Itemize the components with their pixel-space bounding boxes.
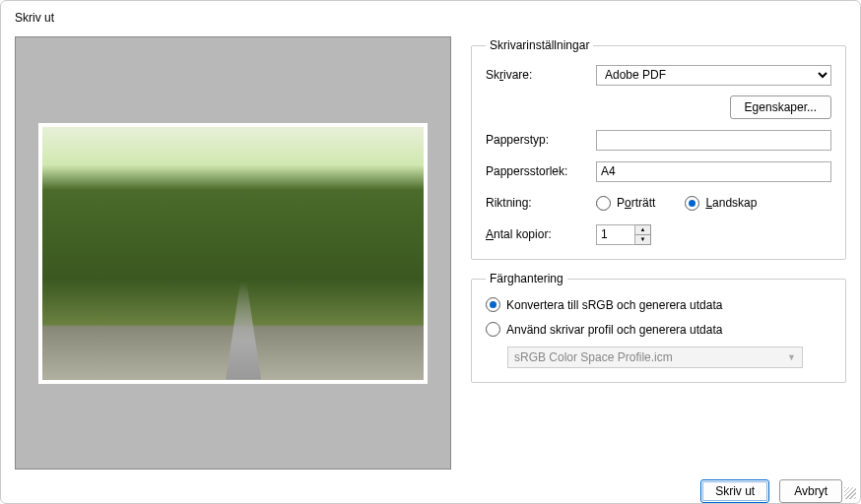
radio-convert-srgb[interactable]: Konvertera till sRGB och generera utdata [486,297,831,312]
print-button[interactable]: Skriv ut [700,479,769,503]
resize-grip-icon[interactable] [844,487,856,499]
orientation-label: Riktning: [486,196,596,210]
radio-landscape[interactable]: Landskap [685,196,757,211]
radio-portrait-circle [596,196,611,211]
profile-select: sRGB Color Space Profile.icm ▼ [507,346,803,368]
cancel-button[interactable]: Avbryt [779,479,842,503]
preview-image [38,123,428,384]
profile-select-value: sRGB Color Space Profile.icm [514,350,673,364]
paper-type-label: Papperstyp: [486,133,596,147]
radio-landscape-label: Landskap [705,196,757,210]
copies-input[interactable] [596,224,635,245]
radio-landscape-circle [685,196,699,211]
chevron-down-icon: ▼ [787,352,796,362]
dialog-content: Skrivarinställningar Skrivare: Adobe PDF… [1,31,860,470]
printer-settings-legend: Skrivarinställningar [486,38,593,52]
spinner-down-icon[interactable]: ▼ [635,235,650,244]
color-management-group: Färghantering Konvertera till sRGB och g… [471,272,846,383]
print-dialog: Skriv ut Skrivarinställningar Skrivare: … [0,0,861,504]
printer-row: Skrivare: Adobe PDF [486,64,831,86]
preview-panel [15,36,451,470]
radio-convert-srgb-circle [486,297,500,312]
copies-spinner[interactable]: ▲ ▼ [635,224,651,245]
paper-type-field [596,130,831,151]
spinner-up-icon[interactable]: ▲ [635,225,650,235]
radio-portrait[interactable]: Porträtt [596,196,655,211]
radio-portrait-label: Porträtt [617,196,655,210]
radio-convert-srgb-label: Konvertera till sRGB och generera utdata [506,298,722,312]
paper-type-row: Papperstyp: [486,129,831,151]
paper-size-row: Pappersstorlek: [486,160,831,182]
copies-label: Antal kopior: [486,227,596,241]
orientation-row: Riktning: Porträtt Landskap [486,192,831,214]
dialog-footer: Skriv ut Avbryt [1,470,860,504]
orientation-group: Porträtt Landskap [596,196,757,211]
radio-use-printer-profile[interactable]: Använd skrivar profil och generera utdat… [486,322,831,337]
radio-use-printer-profile-circle [486,322,500,337]
settings-panel: Skrivarinställningar Skrivare: Adobe PDF… [471,36,846,470]
paper-size-label: Pappersstorlek: [486,164,596,178]
copies-row: Antal kopior: ▲ ▼ [486,223,831,245]
printer-label: Skrivare: [486,68,596,82]
properties-row: Egenskaper... [486,95,831,119]
printer-settings-group: Skrivarinställningar Skrivare: Adobe PDF… [471,38,846,260]
printer-select[interactable]: Adobe PDF [596,65,831,86]
properties-button[interactable]: Egenskaper... [730,95,831,119]
radio-use-printer-profile-label: Använd skrivar profil och generera utdat… [506,323,722,337]
color-management-legend: Färghantering [486,272,567,285]
dialog-title: Skriv ut [1,1,860,31]
paper-size-field [596,161,831,182]
